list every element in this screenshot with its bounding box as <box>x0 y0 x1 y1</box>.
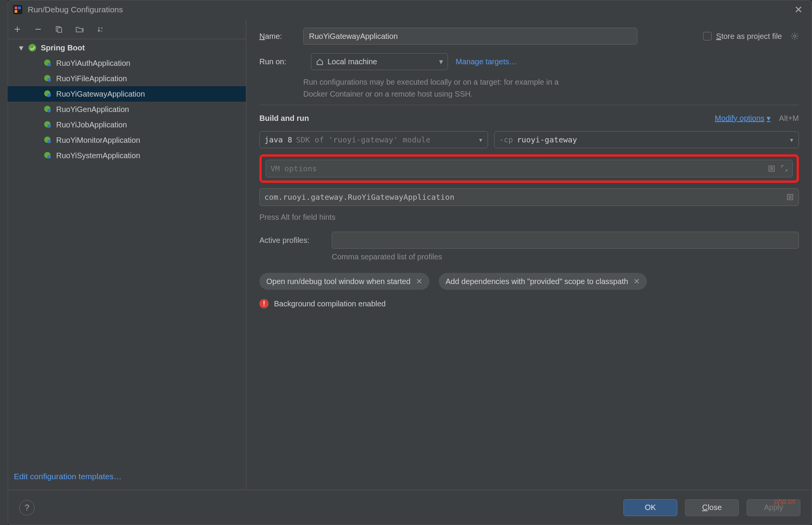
intellij-icon <box>13 5 22 14</box>
apply-button[interactable]: Apply <box>747 499 800 516</box>
dialog-footer: ? OK Close Apply <box>8 490 812 525</box>
svg-point-10 <box>47 63 51 66</box>
classpath-combo[interactable]: -cp ruoyi-gateway ▾ <box>494 131 799 148</box>
modify-options-shortcut: Alt+M <box>779 114 799 123</box>
close-icon[interactable]: ✕ <box>790 2 807 17</box>
main-class-input[interactable]: com.ruoyi.gateway.RuoYiGatewayApplicatio… <box>259 188 799 206</box>
spring-icon <box>43 151 52 160</box>
tree-item[interactable]: RuoYiGenApplication <box>8 102 246 117</box>
apply-label: Apply <box>764 503 783 512</box>
history-icon[interactable] <box>768 165 775 172</box>
remove-icon[interactable] <box>33 24 43 34</box>
runon-value: Local machine <box>327 57 377 66</box>
svg-rect-2 <box>18 7 21 9</box>
svg-rect-3 <box>15 10 17 13</box>
tree-item-label: RuoYiMonitorApplication <box>56 136 140 145</box>
runon-combo[interactable]: Local machine ▾ <box>311 53 448 70</box>
warning-row: ! Background compilation enabled <box>259 299 799 308</box>
modify-options-link[interactable]: Modify options ▾ <box>715 114 770 123</box>
chip-label: Add dependencies with "provided" scope t… <box>446 277 628 286</box>
store-checkbox[interactable] <box>703 32 712 40</box>
tree-item-label: RuoYiAuthApplication <box>56 59 130 68</box>
dialog-title: Run/Debug Configurations <box>28 5 123 14</box>
tree-item[interactable]: RuoYiFileApplication <box>8 71 246 86</box>
edit-templates-link[interactable]: Edit configuration templates… <box>14 472 122 481</box>
tree-item[interactable]: RuoYiGatewayApplication <box>8 86 246 102</box>
warning-icon: ! <box>259 299 269 308</box>
titlebar: Run/Debug Configurations ✕ <box>8 0 812 19</box>
vm-options-highlight: VM options <box>259 154 799 183</box>
copy-icon[interactable] <box>54 24 64 34</box>
name-input[interactable] <box>303 28 637 45</box>
sdk-suffix: SDK of 'ruoyi-gateway' module <box>296 135 430 144</box>
vm-options-placeholder: VM options <box>271 164 317 173</box>
warning-text: Background compilation enabled <box>274 299 386 308</box>
sidebar: az ▾ Spring Boot RuoYiAuthApplication Ru… <box>8 19 246 490</box>
history-icon[interactable] <box>786 193 794 201</box>
svg-point-8 <box>28 44 36 52</box>
svg-point-12 <box>47 78 51 82</box>
svg-point-22 <box>47 155 51 159</box>
jdk-combo[interactable]: java 8 SDK of 'ruoyi-gateway' module ▾ <box>259 131 488 148</box>
ok-label: OK <box>645 503 656 512</box>
svg-point-18 <box>47 124 51 128</box>
config-tree: ▾ Spring Boot RuoYiAuthApplication RuoYi… <box>8 39 246 466</box>
tree-root-label: Spring Boot <box>41 43 85 52</box>
runon-label: Run on: <box>259 57 303 66</box>
close-icon[interactable]: ✕ <box>416 277 423 286</box>
run-config-dialog: Run/Debug Configurations ✕ az ▾ Spring B… <box>8 0 812 525</box>
chip-label: Open run/debug tool window when started <box>266 277 411 286</box>
svg-point-14 <box>47 94 51 97</box>
profiles-input[interactable] <box>332 232 799 249</box>
chip-provided-scope[interactable]: Add dependencies with "provided" scope t… <box>439 273 647 290</box>
vm-options-input[interactable]: VM options <box>266 160 793 177</box>
home-icon <box>316 58 324 65</box>
add-icon[interactable] <box>12 24 22 34</box>
close-icon[interactable]: ✕ <box>633 277 640 286</box>
profiles-hint: Comma separated list of profiles <box>332 252 799 261</box>
svg-rect-0 <box>13 5 22 14</box>
gear-icon[interactable] <box>790 32 799 40</box>
svg-rect-1 <box>15 7 17 9</box>
chip-open-tool-window[interactable]: Open run/debug tool window when started … <box>259 273 429 290</box>
sidebar-toolbar: az <box>8 19 246 39</box>
main-class-value: com.ruoyi.gateway.RuoYiGatewayApplicatio… <box>264 192 454 202</box>
tree-item[interactable]: RuoYiMonitorApplication <box>8 132 246 148</box>
tree-item-label: RuoYiGatewayApplication <box>56 90 145 99</box>
svg-point-16 <box>47 109 51 112</box>
sdk-prefix: java 8 <box>264 135 292 144</box>
tree-root-spring-boot[interactable]: ▾ Spring Boot <box>8 40 246 55</box>
chevron-down-icon: ▾ <box>439 57 443 66</box>
build-run-title: Build and run <box>259 114 309 123</box>
spring-icon <box>43 135 52 145</box>
tree-item-label: RuoYiGenApplication <box>56 105 129 114</box>
spring-icon <box>43 89 52 99</box>
profiles-label: Active profiles: <box>259 236 322 245</box>
spring-icon <box>28 43 37 52</box>
expand-icon[interactable] <box>781 165 788 172</box>
tree-item-label: RuoYiFileApplication <box>56 74 127 83</box>
sort-icon[interactable]: az <box>95 24 105 34</box>
svg-rect-5 <box>58 28 62 32</box>
tree-item[interactable]: RuoYiJobApplication <box>8 117 246 132</box>
ok-button[interactable]: OK <box>623 499 677 516</box>
modify-options-label: Modify options <box>715 114 764 123</box>
spring-icon <box>43 74 52 83</box>
tree-item[interactable]: RuoYiAuthApplication <box>8 55 246 71</box>
tree-item-label: RuoYiJobApplication <box>56 120 127 129</box>
spring-icon <box>43 105 52 114</box>
svg-point-20 <box>47 140 51 143</box>
runon-hint: Run configurations may be executed local… <box>303 76 580 100</box>
manage-targets-link[interactable]: Manage targets… <box>456 57 517 66</box>
folder-icon[interactable] <box>75 24 85 34</box>
cp-value: ruoyi-gateway <box>517 135 577 144</box>
svg-text:z: z <box>101 29 102 33</box>
close-button[interactable]: Close <box>685 499 739 516</box>
spring-icon <box>43 59 52 68</box>
field-hints-label: Press Alt for field hints <box>259 213 799 222</box>
tree-item-label: RuoYiSystemApplication <box>56 151 140 160</box>
help-button[interactable]: ? <box>19 500 35 515</box>
store-label: Store as project file <box>716 32 782 41</box>
tree-item[interactable]: RuoYiSystemApplication <box>8 148 246 163</box>
svg-point-23 <box>794 35 796 37</box>
